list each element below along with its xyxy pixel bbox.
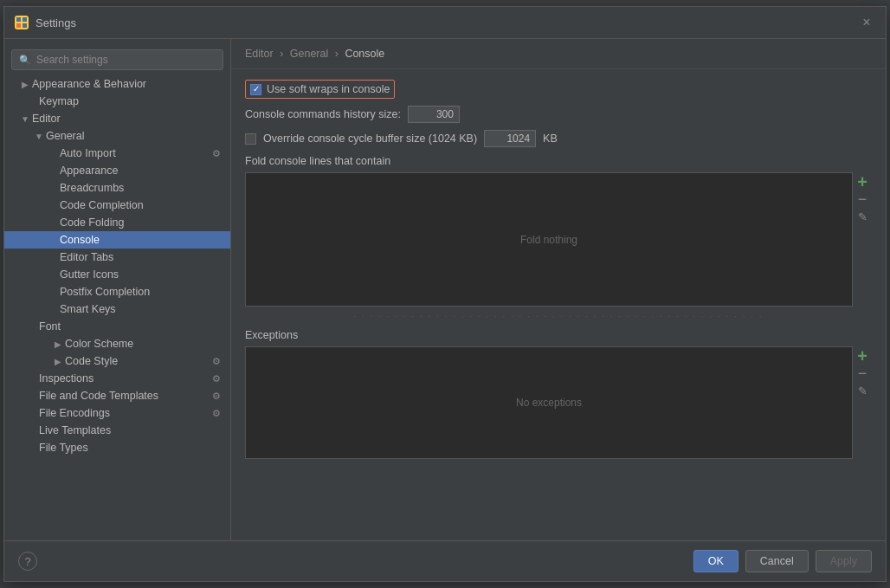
ok-button[interactable]: OK [693,550,738,572]
main-content: Editor › General › Console Use soft wrap… [231,39,886,540]
breadcrumb-sep-1: › [280,48,287,60]
sidebar-item-console[interactable]: Console [4,231,230,249]
soft-wraps-row: Use soft wraps in console [245,80,872,99]
exceptions-label-wrapper: Exceptions [245,328,872,341]
sidebar-item-code-style[interactable]: ▶ Code Style ⚙ [4,352,230,370]
settings-dialog: Settings × 🔍 Search settings ▶ Appearanc… [3,6,887,582]
settings-icon: ⚙ [210,356,223,367]
content-area: Use soft wraps in console Console comman… [231,69,886,540]
sidebar-item-general[interactable]: ▼ General [4,127,230,145]
override-buffer-checkbox[interactable] [245,133,256,145]
sidebar-item-code-folding[interactable]: Code Folding [4,214,230,231]
fold-lines-label: Fold console lines that contain [245,155,390,167]
exceptions-remove-button[interactable]: − [855,365,870,381]
sidebar-item-live-templates[interactable]: Live Templates [4,422,230,439]
sidebar-item-keymap[interactable]: Keymap [4,93,230,110]
sidebar-item-code-completion[interactable]: Code Completion [4,197,230,214]
breadcrumb-part-3: Console [345,48,384,60]
settings-icon: ⚙ [210,408,223,419]
breadcrumb-sep-2: › [335,48,342,60]
fold-label-wrapper: Fold console lines that contain [245,154,872,167]
dialog-title: Settings [35,16,76,29]
no-exceptions-text: No exceptions [516,397,582,409]
sidebar-item-label: Code Style [65,355,210,367]
title-bar-left: Settings [15,16,76,29]
settings-icon: ⚙ [210,148,223,159]
sidebar: 🔍 Search settings ▶ Appearance & Behavio… [4,39,231,540]
help-button[interactable]: ? [18,552,37,571]
dialog-footer: ? OK Cancel Apply [4,540,886,581]
title-bar: Settings × [4,7,886,39]
sidebar-item-appearance-behavior[interactable]: ▶ Appearance & Behavior [4,75,230,93]
arrow-icon: ▶ [51,339,65,349]
search-placeholder: Search settings [36,54,216,66]
sidebar-item-label: Code Folding [60,216,223,229]
search-box[interactable]: 🔍 Search settings [11,49,223,70]
sidebar-item-gutter-icons[interactable]: Gutter Icons [4,266,230,283]
fold-section: Fold nothing + − ✎ [245,172,872,307]
dialog-body: 🔍 Search settings ▶ Appearance & Behavio… [4,39,886,540]
svg-rect-0 [16,17,21,22]
sidebar-item-color-scheme[interactable]: ▶ Color Scheme [4,335,230,352]
svg-rect-3 [23,23,27,28]
sidebar-item-label: Console [60,234,223,246]
sidebar-item-label: Breadcrumbs [60,182,223,194]
sidebar-item-editor[interactable]: ▼ Editor [4,110,230,127]
sidebar-item-appearance[interactable]: Appearance [4,162,230,179]
apply-button[interactable]: Apply [816,550,872,572]
fold-edit-button[interactable]: ✎ [855,209,870,224]
history-size-row: Console commands history size: [245,106,872,123]
fold-add-button[interactable]: + [855,174,870,190]
breadcrumb-part-1: Editor [245,48,274,60]
sidebar-item-inspections[interactable]: Inspections ⚙ [4,370,230,387]
arrow-icon: ▼ [32,132,46,141]
sidebar-item-label: Editor Tabs [60,251,223,263]
svg-rect-1 [23,17,27,22]
sidebar-item-breadcrumbs[interactable]: Breadcrumbs [4,179,230,197]
soft-wraps-wrapper[interactable]: Use soft wraps in console [245,80,395,99]
fold-buttons: + − ✎ [853,172,872,307]
sidebar-item-label: Postfix Completion [60,286,223,298]
arrow-icon: ▶ [51,357,65,366]
sidebar-item-label: Gutter Icons [60,268,223,281]
close-button[interactable]: × [858,14,875,31]
sidebar-item-label: Inspections [39,372,210,384]
sidebar-item-label: General [46,130,223,142]
exceptions-section: No exceptions + − ✎ [245,346,872,459]
fold-remove-button[interactable]: − [855,191,870,207]
sidebar-item-file-types[interactable]: File Types [4,439,230,456]
svg-rect-2 [16,23,21,28]
sidebar-item-file-encodings[interactable]: File Encodings ⚙ [4,404,230,422]
sidebar-item-editor-tabs[interactable]: Editor Tabs [4,249,230,266]
override-buffer-input[interactable] [484,130,536,147]
sidebar-item-label: Color Scheme [65,338,223,350]
sidebar-item-smart-keys[interactable]: Smart Keys [4,300,230,318]
exceptions-label: Exceptions [245,329,298,341]
sidebar-item-label: Appearance & Behavior [32,78,223,90]
fold-nothing-text: Fold nothing [520,234,577,246]
sidebar-item-label: Auto Import [60,147,210,159]
divider-dots: · · · · · · · · · · · · · · · · · · · · … [245,312,872,321]
settings-icon: ⚙ [210,373,223,384]
settings-icon: ⚙ [210,391,223,402]
arrow-icon: ▶ [18,80,32,89]
sidebar-item-label: Live Templates [39,424,223,436]
exceptions-panel: No exceptions [245,346,853,459]
exceptions-edit-button[interactable]: ✎ [855,383,870,398]
sidebar-item-label: Appearance [60,165,223,177]
sidebar-item-label: File Types [39,442,223,454]
sidebar-item-font[interactable]: Font [4,318,230,335]
exceptions-add-button[interactable]: + [855,348,870,364]
cancel-button[interactable]: Cancel [745,550,809,572]
soft-wraps-checkbox[interactable] [250,84,261,95]
history-size-input[interactable] [408,106,460,123]
sidebar-item-postfix-completion[interactable]: Postfix Completion [4,283,230,300]
sidebar-item-auto-import[interactable]: Auto Import ⚙ [4,145,230,162]
app-icon [15,16,29,29]
arrow-icon: ▼ [18,114,32,124]
footer-buttons: OK Cancel Apply [693,550,872,572]
sidebar-item-label: Font [39,320,223,333]
sidebar-item-label: Smart Keys [60,303,223,315]
exceptions-buttons: + − ✎ [853,346,872,459]
sidebar-item-file-code-templates[interactable]: File and Code Templates ⚙ [4,387,230,404]
